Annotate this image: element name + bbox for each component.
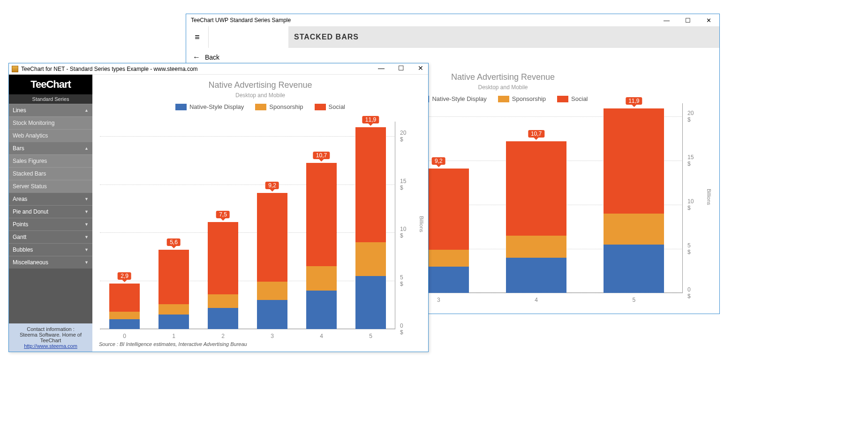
wf-titlebar[interactable]: TeeChart for NET - Standard Series types…: [9, 63, 428, 75]
bar-segment-social: [208, 222, 238, 294]
bar-column[interactable]: 5,6: [159, 250, 189, 329]
chevron-down-icon: ▼: [84, 222, 89, 227]
gridline: [100, 281, 395, 281]
y-axis-label: Billions: [706, 189, 712, 205]
legend-label: Native-Style Display: [189, 103, 244, 110]
y-tick-label: 20 $: [687, 110, 694, 123]
bar-column[interactable]: 11,9: [604, 108, 664, 293]
bar-segment-native-style-display: [257, 300, 287, 329]
sidebar-item-web-analytics[interactable]: Web Analytics: [9, 129, 92, 142]
uwp-close-button[interactable]: ✕: [698, 14, 719, 26]
sidebar-group-pie-and-donut[interactable]: Pie and Donut▼: [9, 205, 92, 218]
bar-segment-native-style-display: [208, 308, 238, 329]
bar-segment-sponsorship: [355, 242, 386, 276]
bar-segment-sponsorship: [159, 304, 189, 315]
bar-top-label: 10,7: [313, 152, 330, 159]
wf-minimize-button[interactable]: —: [376, 64, 387, 72]
bar-segment-sponsorship: [109, 312, 140, 319]
wf-maximize-button[interactable]: ☐: [395, 64, 407, 72]
legend-item-social[interactable]: Social: [557, 95, 588, 102]
bar-segment-sponsorship: [306, 266, 337, 290]
bar-column[interactable]: 2,9: [109, 284, 140, 329]
gridline: [100, 136, 395, 137]
bar-segment-social: [257, 193, 287, 282]
close-icon: ✕: [706, 17, 711, 24]
footer-link[interactable]: http://www.steema.com: [24, 343, 77, 349]
bar-column[interactable]: 7,5: [208, 222, 238, 329]
sidebar-item-stock-monitoring[interactable]: Stock Monitoring: [9, 116, 92, 129]
bar-segment-social: [159, 250, 189, 304]
sidebar-group-bubbles[interactable]: Bubbles▼: [9, 243, 92, 256]
legend-swatch-icon: [557, 96, 568, 102]
y-axis-line: [395, 122, 395, 329]
sidebar-caption: Standard Series: [9, 94, 92, 104]
plot-region: 0 $5 $10 $15 $20 $Billions2,905,617,529,…: [100, 122, 395, 329]
uwp-titlebar[interactable]: TeeChart UWP Standard Series Sample — ☐ …: [186, 14, 719, 26]
bar-segment-native-style-display: [506, 258, 566, 293]
winforms-window: TeeChart for NET - Standard Series types…: [8, 63, 429, 352]
legend-swatch-icon: [175, 104, 187, 110]
x-tick-label: 5: [369, 333, 372, 339]
footer-line1: Contact information :: [11, 326, 91, 332]
sidebar-group-label: Pie and Donut: [13, 208, 48, 215]
sidebar-group-areas[interactable]: Areas▼: [9, 192, 92, 205]
chevron-down-icon: ▼: [84, 197, 89, 201]
gridline: [100, 329, 395, 330]
x-tick-label: 1: [172, 333, 175, 339]
chevron-up-icon: ▲: [84, 146, 89, 151]
uwp-hamburger-button[interactable]: ≡: [186, 26, 209, 48]
bar-column[interactable]: 9,2: [257, 193, 287, 329]
bar-column[interactable]: 10,7: [506, 141, 566, 293]
bar-segment-native-style-display: [109, 319, 140, 329]
legend-swatch-icon: [315, 104, 326, 110]
uwp-header-spacer: [209, 26, 288, 48]
bar-top-label: 10,7: [528, 130, 544, 138]
x-axis-line: [100, 329, 395, 329]
legend-item-native-style-display[interactable]: Native-Style Display: [175, 103, 244, 110]
uwp-minimize-button[interactable]: —: [656, 14, 677, 26]
bar-top-label: 9,2: [265, 182, 279, 189]
wf-close-button[interactable]: ✕: [415, 64, 426, 72]
bar-segment-social: [306, 163, 337, 266]
sidebar-group-gantt[interactable]: Gantt▼: [9, 230, 92, 243]
y-tick-label: 0 $: [687, 286, 691, 299]
x-tick-label: 3: [271, 333, 274, 339]
wf-title: TeeChart for NET - Standard Series types…: [21, 66, 198, 72]
sidebar-item-stacked-bars[interactable]: Stacked Bars: [9, 167, 92, 180]
sidebar-group-label: Bubbles: [13, 246, 33, 253]
sidebar-group-bars[interactable]: Bars▲: [9, 142, 92, 154]
y-tick-label: 10 $: [687, 198, 694, 211]
sidebar-group-points[interactable]: Points▼: [9, 218, 92, 230]
y-tick-label: 15 $: [400, 178, 406, 191]
legend-item-social[interactable]: Social: [315, 103, 345, 110]
bar-segment-native-style-display: [604, 245, 664, 293]
footer-line2: Steema Software. Home of TeeChart: [11, 332, 91, 343]
uwp-title: TeeChart UWP Standard Series Sample: [191, 17, 291, 23]
chevron-down-icon: ▼: [84, 235, 89, 239]
bar-segment-social: [109, 284, 140, 312]
x-tick-label: 2: [221, 333, 225, 339]
bar-segment-social: [355, 127, 386, 242]
y-axis-line: [682, 103, 683, 293]
y-tick-label: 5 $: [400, 274, 403, 287]
uwp-header: ≡ STACKED BARS: [186, 26, 719, 48]
bar-top-label: 9,2: [432, 157, 445, 165]
chart-subtitle: Desktop and Mobile: [92, 92, 428, 99]
sidebar-group-miscellaneous[interactable]: Miscellaneous▼: [9, 256, 92, 269]
bar-column[interactable]: 11,9: [355, 127, 386, 329]
bar-top-label: 11,9: [362, 116, 379, 123]
sidebar-item-sales-figures[interactable]: Sales Figures: [9, 154, 92, 167]
hamburger-icon: ≡: [195, 32, 200, 42]
chart-legend: Native-Style DisplaySponsorshipSocial: [92, 103, 428, 110]
legend-label: Social: [329, 103, 345, 110]
y-tick-label: 0 $: [400, 322, 403, 336]
y-tick-label: 10 $: [400, 226, 406, 239]
bar-column[interactable]: 10,7: [306, 163, 337, 329]
gridline: [100, 232, 395, 233]
legend-item-sponsorship[interactable]: Sponsorship: [255, 103, 303, 110]
x-tick-label: 3: [437, 297, 440, 303]
legend-item-sponsorship[interactable]: Sponsorship: [498, 95, 546, 102]
uwp-maximize-button[interactable]: ☐: [677, 14, 698, 26]
sidebar-item-server-status[interactable]: Server Status: [9, 180, 92, 192]
sidebar-group-lines[interactable]: Lines▲: [9, 104, 92, 116]
